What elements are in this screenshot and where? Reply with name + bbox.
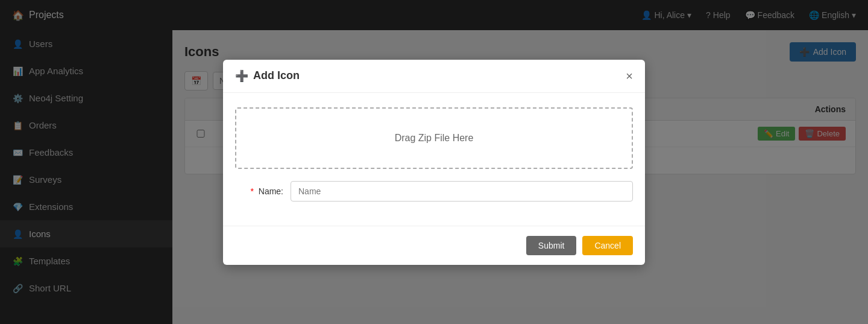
modal-body: Drag Zip File Here * Name: (223, 93, 645, 226)
name-label-text: Name: (259, 186, 283, 196)
modal-header: ➕ Add Icon × (223, 60, 645, 93)
name-input[interactable] (291, 181, 633, 202)
required-indicator: * (250, 186, 253, 196)
drop-zone[interactable]: Drag Zip File Here (235, 107, 633, 169)
modal-title: ➕ Add Icon (235, 69, 300, 83)
modal-title-text: Add Icon (253, 69, 300, 82)
drop-zone-text: Drag Zip File Here (395, 133, 474, 143)
name-form-row: * Name: (235, 181, 633, 202)
name-label: * Name: (235, 186, 283, 196)
modal-plus-icon: ➕ (235, 69, 248, 83)
modal-overlay[interactable]: ➕ Add Icon × Drag Zip File Here * Name: … (0, 0, 868, 324)
modal-footer: Submit Cancel (223, 226, 645, 265)
cancel-button[interactable]: Cancel (582, 236, 633, 255)
add-icon-modal: ➕ Add Icon × Drag Zip File Here * Name: … (223, 60, 645, 265)
submit-button[interactable]: Submit (526, 236, 577, 255)
modal-close-button[interactable]: × (626, 70, 633, 82)
